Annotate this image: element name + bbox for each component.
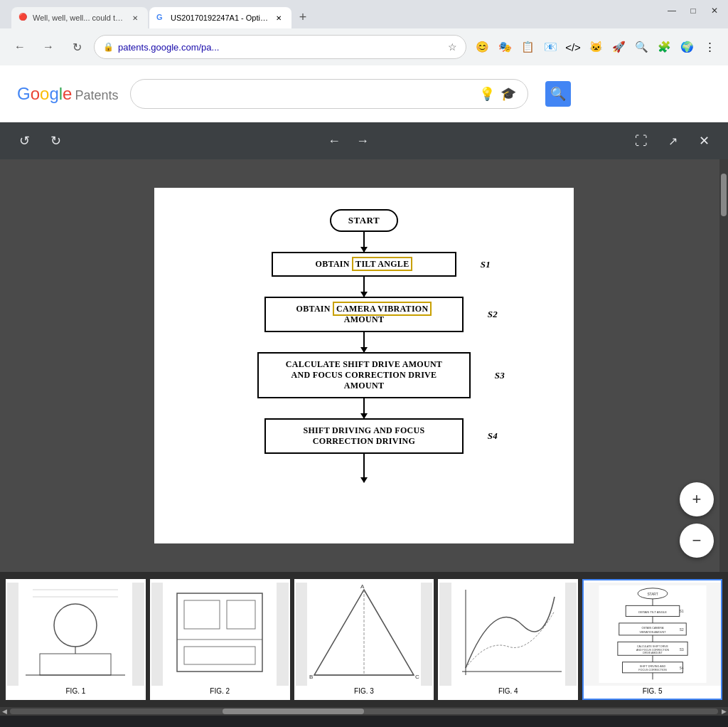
svg-text:B: B <box>309 674 313 680</box>
s4-label: S4 <box>488 430 498 442</box>
viewer-close-button[interactable]: ✕ <box>691 128 717 154</box>
thumb2-diagram <box>163 583 277 686</box>
viewer-forward-button[interactable]: → <box>350 128 375 154</box>
lock-icon: 🔒 <box>103 42 114 52</box>
s3-label: S3 <box>495 370 505 381</box>
vertical-scrollbar[interactable] <box>719 159 728 572</box>
google-patents-logo[interactable]: Google Patents <box>17 84 119 104</box>
search-bar[interactable]: 💡 🎓 <box>130 79 528 109</box>
thumb4-diagram <box>451 583 565 686</box>
patents-header: Google Patents 💡 🎓 🔍 <box>0 65 728 122</box>
patents-word: Patents <box>75 88 118 103</box>
extension8-icon[interactable]: 🧩 <box>654 37 674 57</box>
thumb4-label: FIG. 4 <box>498 686 518 696</box>
bookmark-icon[interactable]: ☆ <box>448 41 457 53</box>
thumb3-label: FIG. 3 <box>354 686 374 696</box>
viewer-back-icon: ← <box>328 134 341 149</box>
step-s3-node: CALCULATE SHIFT DRIVE AMOUNTAND FOCUS CO… <box>257 352 471 398</box>
refresh-button[interactable]: ↻ <box>65 36 88 58</box>
svg-text:C: C <box>415 674 419 680</box>
thumbnail-3[interactable]: A B C FIG. 3 <box>294 579 434 700</box>
thumbnail-5[interactable]: START OBTAIN TILT ANGLE OBTAIN CAMERA VI… <box>582 579 722 700</box>
step-s4-text: SHIFT DRIVING AND FOCUSCORRECTION DRIVIN… <box>303 425 424 446</box>
extension6-icon[interactable]: 🚀 <box>609 37 628 57</box>
extension3-icon[interactable]: 📧 <box>540 37 560 57</box>
back-button[interactable]: ← <box>9 36 31 58</box>
profile-icon[interactable]: 😊 <box>472 37 492 57</box>
thumb1-label: FIG. 1 <box>66 686 86 696</box>
arrow-5 <box>363 454 365 482</box>
fullscreen-button[interactable]: ⛶ <box>628 128 654 154</box>
arrow-1 <box>363 232 365 252</box>
tab1-close[interactable]: ✕ <box>129 12 141 23</box>
svg-text:S3: S3 <box>679 648 683 652</box>
search-button[interactable]: 🔍 <box>545 81 571 107</box>
window-controls: — □ ✕ <box>667 6 719 16</box>
flowchart: START OBTAIN TILT ANGLE S1 OBTAIN CAMERA… <box>176 202 552 482</box>
title-bar: 🔴 Well, well, well... could this b ✕ G U… <box>0 0 728 28</box>
scrollbar-track[interactable] <box>10 709 718 714</box>
external-link-icon: ↗ <box>668 134 678 148</box>
step-s4-container: SHIFT DRIVING AND FOCUSCORRECTION DRIVIN… <box>264 418 464 454</box>
arrow-2 <box>363 277 365 297</box>
horizontal-scrollbar[interactable]: ◀ ▶ <box>0 707 728 716</box>
extension4-icon[interactable]: </> <box>563 37 583 57</box>
thumb5-label: FIG. 5 <box>643 686 663 696</box>
address-bar[interactable]: 🔒 patents.google.com/pa... ☆ <box>94 35 466 59</box>
fullscreen-icon: ⛶ <box>635 134 648 149</box>
new-tab-button[interactable]: + <box>293 7 313 27</box>
extension9-icon[interactable]: 🌍 <box>677 37 697 57</box>
thumb1-diagram <box>18 583 132 686</box>
patent-page: START OBTAIN TILT ANGLE S1 OBTAIN CAMERA… <box>154 188 574 543</box>
tab2-favicon: G <box>156 13 166 23</box>
browser-toolbar-icons: 😊 🎭 📋 📧 </> 🐱 🚀 🔍 🧩 🌍 ⋮ <box>472 37 719 57</box>
extension7-icon[interactable]: 🔍 <box>631 37 651 57</box>
zoom-in-button[interactable]: + <box>680 482 714 516</box>
thumbnail-1[interactable]: FIG. 1 <box>6 579 146 700</box>
viewer-back-button[interactable]: ← <box>321 128 347 154</box>
hscrollbar-thumb[interactable] <box>223 709 364 714</box>
zoom-out-icon: − <box>692 531 702 550</box>
extension2-icon[interactable]: 📋 <box>518 37 537 57</box>
extension5-icon[interactable]: 🐱 <box>586 37 606 57</box>
browser-tab-1[interactable]: 🔴 Well, well, well... could this b ✕ <box>11 7 148 28</box>
rotate-ccw-button[interactable]: ↺ <box>11 128 37 154</box>
scroll-right-button[interactable]: ▶ <box>719 707 728 716</box>
thumb2-label: FIG. 2 <box>210 686 230 696</box>
svg-text:S2: S2 <box>679 628 683 632</box>
svg-rect-7 <box>163 583 277 686</box>
browser-tab-2[interactable]: G US20170192247A1 - Optical ✕ <box>149 7 291 28</box>
rotate-ccw-icon: ↺ <box>19 133 30 149</box>
scrollbar-thumb[interactable] <box>721 174 727 216</box>
thumbnail-2[interactable]: FIG. 2 <box>150 579 290 700</box>
thumbnail-4[interactable]: FIG. 4 <box>438 579 578 700</box>
maximize-button[interactable]: □ <box>688 6 698 16</box>
step-s4-node: SHIFT DRIVING AND FOCUSCORRECTION DRIVIN… <box>264 418 464 454</box>
viewer-toolbar: ↺ ↻ ← → ⛶ ↗ ✕ <box>0 122 728 159</box>
forward-button[interactable]: → <box>37 36 60 58</box>
step-s1-container: OBTAIN TILT ANGLE S1 <box>272 252 456 277</box>
rotate-cw-button[interactable]: ↻ <box>43 128 68 154</box>
address-bar-row: ← → ↻ 🔒 patents.google.com/pa... ☆ 😊 🎭 📋… <box>0 28 728 65</box>
svg-text:VIBRATION AMOUNT: VIBRATION AMOUNT <box>639 631 666 634</box>
tab2-close[interactable]: ✕ <box>273 12 284 23</box>
svg-text:START: START <box>647 593 658 596</box>
step-s3-text: CALCULATE SHIFT DRIVE AMOUNTAND FOCUS CO… <box>286 359 442 391</box>
external-link-button[interactable]: ↗ <box>660 128 685 154</box>
graduation-icon[interactable]: 🎓 <box>500 86 516 102</box>
rotate-cw-icon: ↻ <box>50 133 61 149</box>
extension1-icon[interactable]: 🎭 <box>495 37 515 57</box>
close-button[interactable]: ✕ <box>710 6 719 16</box>
bulb-icon[interactable]: 💡 <box>479 86 495 102</box>
minimize-button[interactable]: — <box>667 6 677 16</box>
tab2-label: US20170192247A1 - Optical <box>171 14 269 22</box>
tab-bar: 🔴 Well, well, well... could this b ✕ G U… <box>6 0 722 28</box>
zoom-out-button[interactable]: − <box>680 524 714 558</box>
more-icon[interactable]: ⋮ <box>700 37 719 57</box>
zoom-in-icon: + <box>692 490 702 509</box>
svg-text:DRIVE AMOUNT: DRIVE AMOUNT <box>643 652 663 654</box>
fab-container: + − <box>680 482 714 558</box>
flowchart-start-node: START <box>330 209 398 232</box>
viewer-area: START OBTAIN TILT ANGLE S1 OBTAIN CAMERA… <box>0 159 728 572</box>
scroll-left-button[interactable]: ◀ <box>0 707 9 716</box>
